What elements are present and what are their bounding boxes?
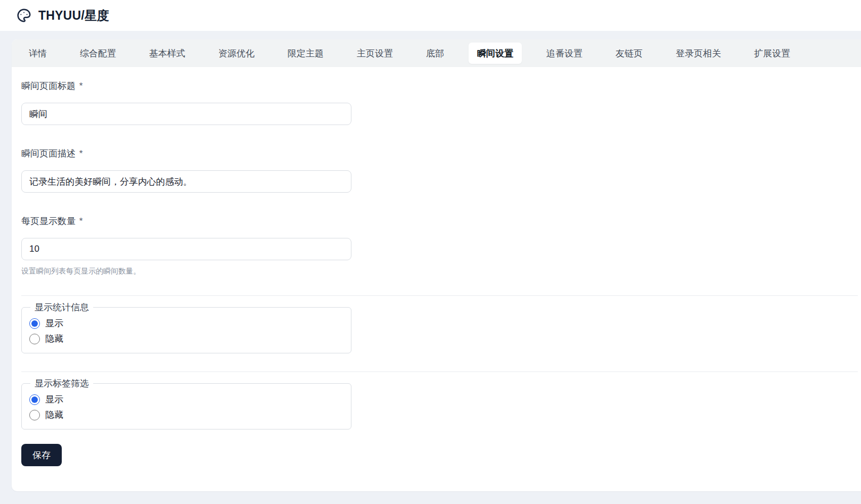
- field-label: 每页显示数量 *: [21, 215, 858, 227]
- radio-group-show-tag-filter: 显示标签筛选 显示 隐藏: [21, 377, 351, 429]
- tab-friend-links[interactable]: 友链页: [607, 43, 651, 64]
- tab-limited-theme[interactable]: 限定主题: [279, 43, 332, 64]
- radio-option-hide[interactable]: 隐藏: [28, 407, 345, 423]
- tab-general-config[interactable]: 综合配置: [71, 43, 125, 64]
- section-divider: [21, 295, 858, 296]
- tab-homepage-settings[interactable]: 主页设置: [348, 43, 401, 64]
- radio-hide-input[interactable]: [29, 410, 40, 420]
- radio-group-legend: 显示标签筛选: [30, 377, 93, 390]
- moment-page-description-input[interactable]: [21, 170, 351, 193]
- settings-card: 详情 综合配置 基本样式 资源优化 限定主题 主页设置 底部 瞬间设置 追番设置…: [12, 39, 861, 491]
- field-moment-page-title: 瞬间页面标题 *: [21, 80, 858, 125]
- tab-panel-moments: 瞬间页面标题 * 瞬间页面描述 * 每页显示数量 * 设置瞬间列表每页显示的瞬间…: [12, 67, 861, 491]
- palette-icon: [16, 7, 32, 23]
- required-mark: *: [79, 148, 83, 159]
- field-moment-page-description: 瞬间页面描述 *: [21, 147, 858, 193]
- tab-extended-settings[interactable]: 扩展设置: [745, 43, 799, 64]
- required-mark: *: [79, 81, 83, 91]
- tab-details[interactable]: 详情: [20, 43, 55, 64]
- radio-option-label: 显示: [45, 393, 63, 406]
- radio-show-input[interactable]: [29, 394, 40, 405]
- radio-option-hide[interactable]: 隐藏: [28, 331, 345, 346]
- tab-moments-settings[interactable]: 瞬间设置: [469, 43, 522, 64]
- field-per-page-count: 每页显示数量 * 设置瞬间列表每页显示的瞬间数量。: [21, 215, 858, 276]
- app-header: THYUU/星度: [0, 0, 861, 31]
- page-title: THYUU/星度: [38, 7, 109, 24]
- save-button[interactable]: 保存: [21, 444, 62, 466]
- section-divider: [21, 371, 858, 372]
- per-page-count-input[interactable]: [21, 238, 351, 260]
- radio-group-show-stats: 显示统计信息 显示 隐藏: [21, 301, 351, 353]
- radio-option-show[interactable]: 显示: [28, 316, 345, 331]
- radio-option-label: 隐藏: [45, 409, 63, 421]
- tab-basic-style[interactable]: 基本样式: [141, 43, 194, 64]
- radio-option-label: 显示: [45, 317, 63, 329]
- radio-hide-input[interactable]: [29, 334, 40, 344]
- required-mark: *: [79, 216, 83, 226]
- settings-tabbar: 详情 综合配置 基本样式 资源优化 限定主题 主页设置 底部 瞬间设置 追番设置…: [12, 39, 861, 67]
- field-label: 瞬间页面标题 *: [21, 80, 858, 92]
- tab-anime-settings[interactable]: 追番设置: [538, 43, 591, 64]
- radio-option-show[interactable]: 显示: [28, 392, 345, 407]
- tab-login-page[interactable]: 登录页相关: [667, 43, 729, 64]
- radio-show-input[interactable]: [29, 318, 40, 329]
- tab-resource-optimization[interactable]: 资源优化: [210, 43, 263, 64]
- field-label: 瞬间页面描述 *: [21, 147, 858, 160]
- radio-option-label: 隐藏: [45, 333, 63, 345]
- tab-footer[interactable]: 底部: [417, 43, 453, 64]
- per-page-count-help: 设置瞬间列表每页显示的瞬间数量。: [21, 267, 858, 276]
- radio-group-legend: 显示统计信息: [30, 301, 93, 313]
- moment-page-title-input[interactable]: [21, 103, 351, 125]
